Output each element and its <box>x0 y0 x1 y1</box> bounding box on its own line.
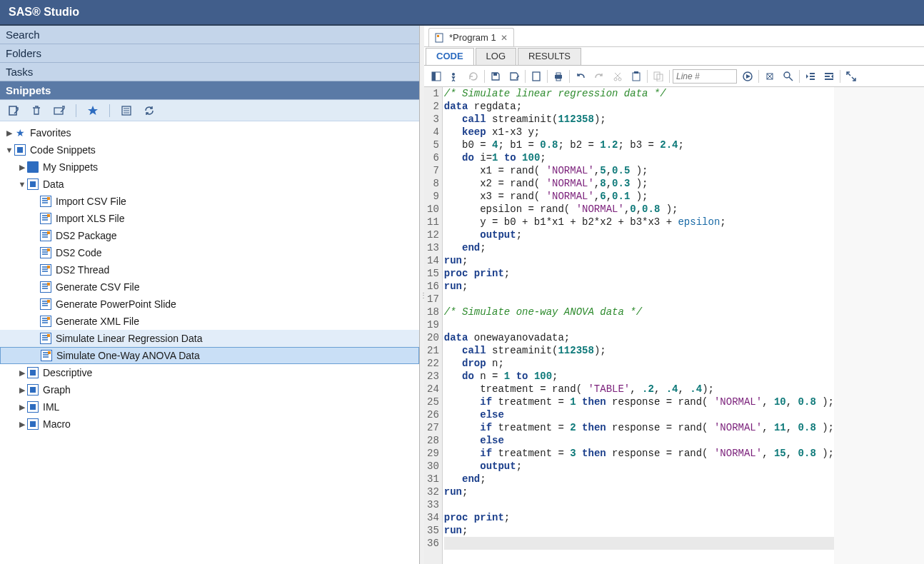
editor-tabs: *Program 1 ✕ <box>424 26 924 47</box>
svg-rect-8 <box>437 35 439 37</box>
svg-point-18 <box>618 78 621 81</box>
maximize-icon[interactable] <box>843 69 859 84</box>
copy-icon[interactable] <box>651 69 666 84</box>
svg-rect-14 <box>555 75 562 79</box>
left-panel: Search Folders Tasks Snippets ▶ ★ Favori… <box>0 26 420 564</box>
library-icon <box>27 384 39 396</box>
svg-rect-19 <box>633 73 640 81</box>
toolbar-separator <box>647 70 648 83</box>
file-icon <box>40 230 51 241</box>
favorite-icon[interactable] <box>86 104 99 117</box>
toolbar-separator <box>840 70 840 83</box>
svg-rect-12 <box>493 73 497 76</box>
goto-line-input[interactable] <box>673 69 737 84</box>
panel-tasks[interactable]: Tasks <box>0 63 419 81</box>
tree-label: Graph <box>43 384 71 396</box>
tree-label: Simulate Linear Regression Data <box>56 333 202 344</box>
tree-label: Descriptive <box>43 367 92 378</box>
find-icon[interactable] <box>780 69 796 84</box>
cut-icon[interactable] <box>610 69 626 84</box>
clear-icon[interactable] <box>762 69 778 84</box>
run-icon[interactable] <box>447 69 463 84</box>
tree-code-snippets[interactable]: ▼ Code Snippets <box>0 141 419 158</box>
print-icon[interactable] <box>551 69 566 84</box>
tree-iml[interactable]: ▶IML <box>0 398 419 416</box>
svg-rect-0 <box>9 106 16 115</box>
redo-icon[interactable] <box>591 69 607 84</box>
subtab-log[interactable]: LOG <box>476 48 516 65</box>
tree-label: IML <box>43 401 59 413</box>
snippet-item[interactable]: Import XLS File <box>0 210 419 227</box>
tree-label: DS2 Thread <box>56 264 109 276</box>
svg-rect-20 <box>634 71 638 74</box>
svg-marker-2 <box>88 106 98 115</box>
snippet-item[interactable]: DS2 Thread <box>0 261 419 278</box>
library-icon <box>14 144 26 156</box>
snippets-toolbar <box>0 100 419 121</box>
splitter-handle[interactable] <box>420 26 424 564</box>
tree-label: Generate CSV File <box>56 281 140 293</box>
tree-label: Macro <box>43 418 71 430</box>
file-icon <box>40 281 51 293</box>
panel-folders[interactable]: Folders <box>0 44 419 63</box>
toolbar-separator <box>669 70 670 83</box>
file-icon <box>40 264 51 276</box>
snippet-item[interactable]: DS2 Code <box>0 244 419 261</box>
chevron-right-icon: ▶ <box>4 129 14 138</box>
chevron-down-icon: ▼ <box>4 146 14 154</box>
history-icon[interactable] <box>466 69 481 84</box>
toolbar-separator <box>569 70 570 83</box>
new-icon[interactable] <box>528 69 544 84</box>
tree-descriptive[interactable]: ▶Descriptive <box>0 364 419 381</box>
right-panel: *Program 1 ✕ CODE LOG RESULTS <box>424 26 924 564</box>
tab-program-1[interactable]: *Program 1 ✕ <box>428 28 514 46</box>
new-shortcut-icon[interactable] <box>7 104 20 117</box>
close-icon[interactable]: ✕ <box>501 33 508 43</box>
subtab-code[interactable]: CODE <box>426 48 474 65</box>
tab-label: *Program 1 <box>449 32 496 43</box>
snippet-item[interactable]: Simulate One-Way ANOVA Data <box>0 347 419 364</box>
save-as-icon[interactable] <box>506 69 522 84</box>
paste-icon[interactable] <box>628 69 644 84</box>
subtab-results[interactable]: RESULTS <box>518 48 581 65</box>
delete-icon[interactable] <box>30 104 43 117</box>
tree-label: Generate PowerPoint Slide <box>56 298 176 310</box>
snippet-item[interactable]: DS2 Package <box>0 227 419 244</box>
properties-icon[interactable] <box>120 104 133 117</box>
snippet-item[interactable]: Generate XML File <box>0 313 419 330</box>
tree-data[interactable]: ▼ Data <box>0 176 419 193</box>
open-icon[interactable] <box>53 104 66 117</box>
tree-favorites[interactable]: ▶ ★ Favorites <box>0 124 419 141</box>
file-icon <box>40 213 51 224</box>
indent-icon[interactable] <box>803 69 818 84</box>
code-area[interactable]: /* Simulate linear regression data */dat… <box>443 87 834 564</box>
code-file-icon <box>435 33 445 43</box>
outdent-icon[interactable] <box>821 69 837 84</box>
undo-icon[interactable] <box>573 69 588 84</box>
save-icon[interactable] <box>488 69 503 84</box>
toolbar-separator <box>525 70 526 83</box>
go-icon[interactable] <box>740 69 755 84</box>
tree-macro[interactable]: ▶Macro <box>0 416 419 433</box>
chevron-right-icon: ▶ <box>17 420 27 429</box>
file-icon <box>40 333 51 344</box>
chevron-right-icon: ▶ <box>17 386 27 395</box>
file-icon <box>40 316 51 327</box>
panel-snippets[interactable]: Snippets <box>0 81 419 100</box>
chevron-right-icon: ▶ <box>17 368 27 378</box>
svg-rect-16 <box>556 79 561 81</box>
code-editor[interactable]: 1234567891011121314151617181920212223242… <box>424 87 924 564</box>
refresh-icon[interactable] <box>143 104 156 117</box>
toggle-view-icon[interactable] <box>428 69 444 84</box>
tree-graph[interactable]: ▶Graph <box>0 381 419 398</box>
file-icon <box>41 350 52 361</box>
snippet-item[interactable]: Generate PowerPoint Slide <box>0 296 419 313</box>
panel-search[interactable]: Search <box>0 26 419 44</box>
snippet-item[interactable]: Import CSV File <box>0 193 419 210</box>
snippet-item[interactable]: Generate CSV File <box>0 278 419 296</box>
svg-marker-24 <box>746 74 750 79</box>
snippet-item[interactable]: Simulate Linear Regression Data <box>0 330 419 347</box>
tree-label: DS2 Package <box>56 230 117 241</box>
tree-my-snippets[interactable]: ▶ My Snippets <box>0 158 419 176</box>
library-icon <box>27 178 39 190</box>
